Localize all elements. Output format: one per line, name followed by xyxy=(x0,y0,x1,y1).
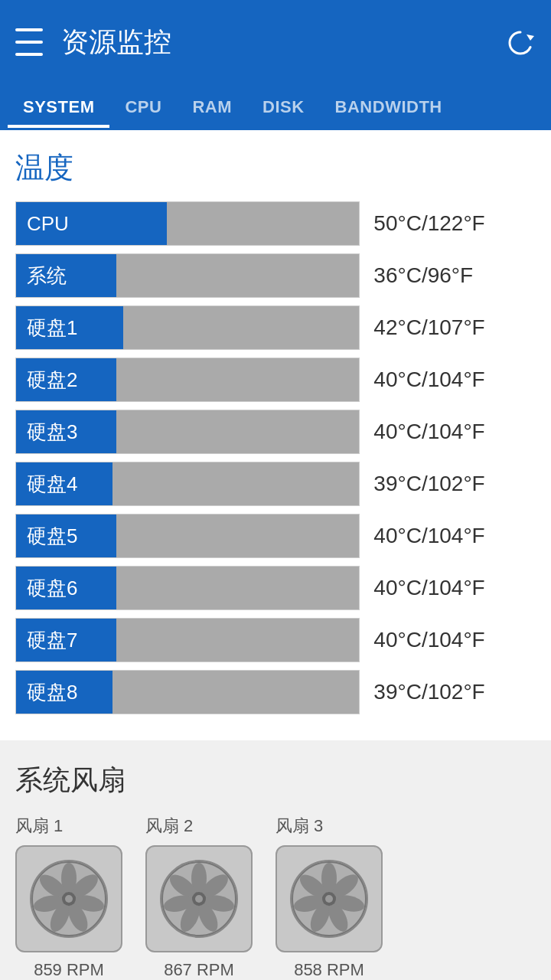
temp-value: 40°C/104°F xyxy=(373,524,536,548)
temp-bar-filled: 硬盘1 xyxy=(16,306,123,349)
temp-bar-filled: 硬盘2 xyxy=(16,358,116,401)
temp-bar-filled: 硬盘6 xyxy=(16,567,116,609)
temp-label: 硬盘4 xyxy=(27,471,77,498)
temp-label: 硬盘6 xyxy=(27,575,77,602)
temp-bar: 硬盘1 xyxy=(15,305,360,350)
temp-bar: 系统 xyxy=(15,253,360,298)
fan-section: 系统风扇 风扇 1 xyxy=(0,740,551,980)
temp-bar-empty xyxy=(116,254,359,297)
tab-bar: SYSTEM CPU RAM DISK BANDWIDTH xyxy=(0,84,551,130)
temp-bar-empty xyxy=(116,619,359,662)
page-title: 资源监控 xyxy=(61,24,505,61)
temp-row: 硬盘3 40°C/104°F xyxy=(15,410,536,454)
temp-value: 40°C/104°F xyxy=(373,368,536,392)
temp-row: 硬盘1 42°C/107°F xyxy=(15,305,536,350)
temp-row: 硬盘6 40°C/104°F xyxy=(15,566,536,610)
temp-label: 硬盘2 xyxy=(27,367,77,394)
temp-bar: 硬盘6 xyxy=(15,566,360,610)
temp-label: 硬盘8 xyxy=(27,679,77,706)
fan-icon xyxy=(15,845,122,952)
temp-value: 39°C/102°F xyxy=(373,472,536,496)
temperature-rows: CPU 50°C/122°F 系统 36°C/96°F 硬盘1 42°C/107… xyxy=(15,201,536,714)
temp-bar: 硬盘2 xyxy=(15,358,360,402)
svg-marker-0 xyxy=(527,34,534,41)
fan-rpm: 858 RPM xyxy=(294,960,364,980)
temp-value: 42°C/107°F xyxy=(373,315,536,340)
temp-bar-empty xyxy=(116,358,359,401)
tab-ram[interactable]: RAM xyxy=(177,87,247,128)
fan-label: 风扇 2 xyxy=(145,815,193,838)
fan-rpm: 859 RPM xyxy=(34,960,104,980)
temp-bar: 硬盘4 xyxy=(15,462,360,506)
temp-row: 硬盘4 39°C/102°F xyxy=(15,462,536,506)
temp-bar-empty xyxy=(112,671,359,714)
temp-bar-filled: 系统 xyxy=(16,254,116,297)
temp-bar-empty xyxy=(116,567,359,609)
fan-rpm: 867 RPM xyxy=(164,960,234,980)
temp-label: CPU xyxy=(27,212,69,236)
temp-bar-filled: CPU xyxy=(16,202,167,245)
refresh-icon[interactable] xyxy=(505,27,536,57)
temp-bar-filled: 硬盘5 xyxy=(16,514,116,557)
temp-row: 系统 36°C/96°F xyxy=(15,253,536,298)
temp-value: 50°C/122°F xyxy=(373,211,536,236)
temp-bar-empty xyxy=(112,462,359,505)
temp-bar: 硬盘3 xyxy=(15,410,360,454)
fan-svg xyxy=(287,857,371,941)
temp-row: 硬盘7 40°C/104°F xyxy=(15,618,536,662)
fan-item: 风扇 1 xyxy=(15,815,122,980)
temp-value: 40°C/104°F xyxy=(373,576,536,600)
fan-label: 风扇 3 xyxy=(276,815,323,838)
fan-item: 风扇 3 xyxy=(276,815,383,980)
temp-bar: 硬盘5 xyxy=(15,514,360,558)
temperature-section: 温度 CPU 50°C/122°F 系统 36°C/96°F 硬盘1 42°C/… xyxy=(0,130,551,740)
temp-bar-empty xyxy=(116,514,359,557)
temp-bar: CPU xyxy=(15,201,360,246)
temp-row: 硬盘8 39°C/102°F xyxy=(15,670,536,714)
svg-point-26 xyxy=(195,895,203,903)
fan-icon xyxy=(145,845,253,952)
fan-item: 风扇 2 xyxy=(145,815,253,980)
temp-row: 硬盘2 40°C/104°F xyxy=(15,358,536,402)
temp-value: 40°C/104°F xyxy=(373,628,536,652)
temp-bar-filled: 硬盘7 xyxy=(16,619,116,662)
temp-label: 硬盘7 xyxy=(27,627,77,654)
fan-svg xyxy=(27,857,111,941)
temp-label: 系统 xyxy=(27,263,67,289)
tab-bandwidth[interactable]: BANDWIDTH xyxy=(320,87,458,128)
temp-value: 39°C/102°F xyxy=(373,680,536,704)
header: 资源监控 xyxy=(0,0,551,84)
tab-system[interactable]: SYSTEM xyxy=(8,87,109,128)
tab-cpu[interactable]: CPU xyxy=(109,87,177,128)
temp-label: 硬盘1 xyxy=(27,315,77,341)
tab-disk[interactable]: DISK xyxy=(247,87,320,128)
fan-icon xyxy=(276,845,383,952)
fan-svg xyxy=(157,857,241,941)
temp-label: 硬盘3 xyxy=(27,419,77,446)
fan-label: 风扇 1 xyxy=(15,815,63,838)
fans-row: 风扇 1 xyxy=(15,815,536,980)
temp-bar-empty xyxy=(116,410,359,453)
temp-bar-empty xyxy=(123,306,359,349)
temp-row: CPU 50°C/122°F xyxy=(15,201,536,246)
menu-icon[interactable] xyxy=(15,28,43,56)
temp-value: 40°C/104°F xyxy=(373,420,536,444)
temp-label: 硬盘5 xyxy=(27,523,77,550)
temp-bar-filled: 硬盘8 xyxy=(16,671,112,714)
temp-row: 硬盘5 40°C/104°F xyxy=(15,514,536,558)
temperature-title: 温度 xyxy=(15,149,536,188)
temp-bar-filled: 硬盘4 xyxy=(16,462,112,505)
temp-value: 36°C/96°F xyxy=(373,263,536,288)
temp-bar-filled: 硬盘3 xyxy=(16,410,116,453)
svg-point-39 xyxy=(325,895,333,903)
fan-section-title: 系统风扇 xyxy=(15,762,536,799)
temp-bar: 硬盘7 xyxy=(15,618,360,662)
temp-bar-empty xyxy=(167,202,359,245)
svg-point-13 xyxy=(65,895,73,903)
temp-bar: 硬盘8 xyxy=(15,670,360,714)
